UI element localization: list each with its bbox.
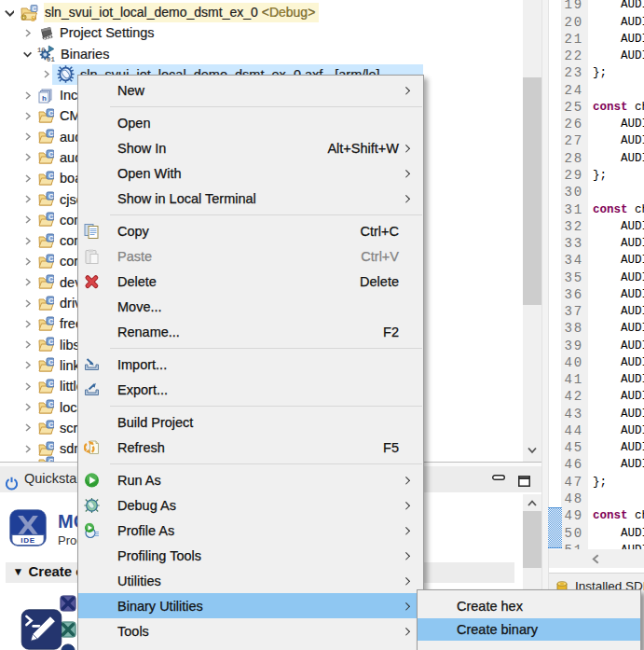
svg-text:C: C (48, 297, 54, 305)
svg-text:C: C (48, 150, 54, 159)
svg-text:C: C (48, 172, 54, 180)
svg-text:C: C (48, 400, 54, 408)
svg-text:C: C (48, 421, 54, 429)
svg-text:IDE: IDE (21, 536, 35, 545)
svg-text:C: C (48, 255, 54, 263)
svg-text:C: C (48, 192, 54, 201)
svg-text:C: C (48, 234, 54, 242)
svg-text:C: C (33, 5, 37, 11)
svg-text:C: C (48, 275, 54, 284)
svg-text:C: C (48, 338, 54, 346)
svg-text:C: C (48, 109, 54, 118)
svg-text:C: C (48, 317, 54, 325)
svg-text:S: S (32, 14, 35, 21)
svg-text:C: C (48, 130, 54, 138)
svg-text:C: C (48, 213, 54, 221)
svg-text:h: h (42, 94, 47, 103)
svg-text:C: C (48, 442, 54, 450)
svg-text:C: C (48, 358, 54, 366)
svg-text:C: C (48, 380, 54, 388)
